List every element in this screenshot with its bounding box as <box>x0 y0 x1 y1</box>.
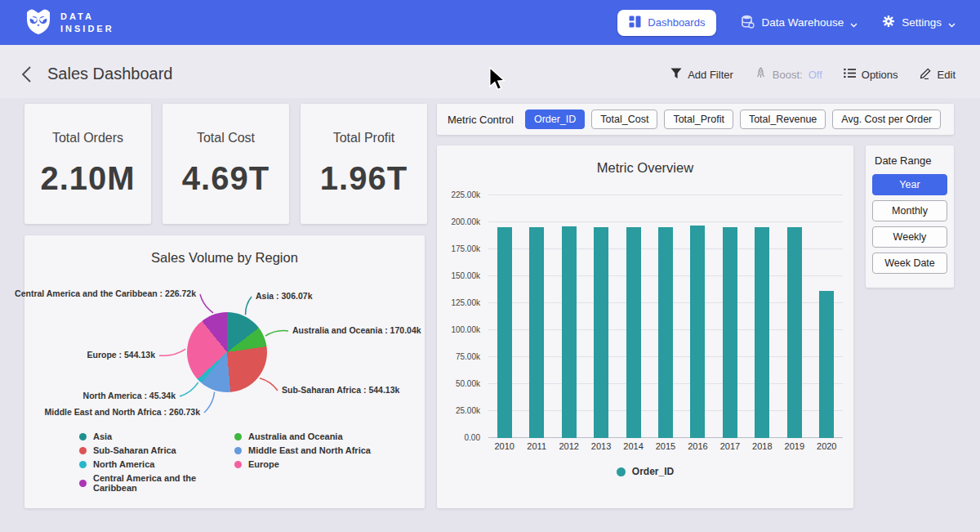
kpi-card-total-cost: Total Cost 4.69T <box>163 104 289 224</box>
y-tick-label: 150.00k <box>438 271 480 280</box>
legend-item-north-america: North America <box>79 459 234 469</box>
filter-funnel-icon <box>670 68 682 82</box>
y-tick-label: 175.00k <box>438 244 480 253</box>
legend-dot <box>234 461 242 468</box>
bar-2012[interactable] <box>562 226 577 439</box>
legend-dot <box>79 461 87 468</box>
settings-menu[interactable]: Settings <box>882 15 956 30</box>
bar-2015[interactable] <box>658 227 673 438</box>
bar-2013[interactable] <box>594 227 608 438</box>
bar-2014[interactable] <box>626 227 641 438</box>
pie-chart-title: Sales Volume by Region <box>24 250 425 266</box>
data-warehouse-menu[interactable]: Data Warehouse <box>741 15 858 31</box>
bar-2017[interactable] <box>723 227 737 438</box>
kpi-card-total-profit: Total Profit 1.96T <box>301 104 427 224</box>
edit-button[interactable]: Edit <box>920 67 956 82</box>
date-range-option-weekly[interactable]: Weekly <box>872 226 947 248</box>
kpi-value: 4.69T <box>182 160 270 197</box>
bar-slot <box>520 195 552 438</box>
pie-legend: AsiaAustralia and OceaniaSub-Saharan Afr… <box>79 431 425 493</box>
legend-dot <box>79 433 87 440</box>
metric-overview-card: Metric Overview 225.00k200.00k175.00k150… <box>437 145 853 508</box>
bar-slot <box>714 195 746 438</box>
date-range-option-year[interactable]: Year <box>872 174 947 195</box>
pie-callout-sub-saharan-africa: Sub-Saharan Africa : 544.13k <box>282 385 399 395</box>
legend-item-central-america-and-the-caribbean: Central America and the Caribbean <box>79 473 234 493</box>
pie-chart[interactable] <box>187 312 267 392</box>
add-filter-button[interactable]: Add Filter <box>670 68 733 82</box>
x-tick-label: 2017 <box>714 441 746 451</box>
kpi-value: 2.10M <box>40 160 135 197</box>
bar-slot <box>649 195 681 438</box>
x-tick-label: 2011 <box>520 441 552 451</box>
metric-control-bar: Metric Control Order_IDTotal_CostTotal_P… <box>437 104 954 135</box>
pie-callout-australia-and-oceania: Australia and Oceania : 170.04k <box>292 325 421 335</box>
brand-logo[interactable]: DATA INSIDER <box>24 7 114 39</box>
dashboard-grid-icon <box>629 16 641 30</box>
pie-callout-asia: Asia : 306.07k <box>256 291 312 301</box>
bars-row <box>488 195 843 438</box>
pie-callout-north-america: North America : 45.34k <box>83 391 176 400</box>
y-tick-label: 200.00k <box>438 217 480 226</box>
x-tick-label: 2018 <box>746 441 778 451</box>
x-tick-label: 2016 <box>682 441 714 451</box>
date-range-option-monthly[interactable]: Monthly <box>872 200 947 221</box>
database-icon <box>741 15 755 31</box>
options-button[interactable]: Options <box>844 68 898 81</box>
bar-2011[interactable] <box>529 227 544 438</box>
x-tick-label: 2014 <box>617 441 649 451</box>
legend-dot <box>617 467 626 476</box>
metric-control-label: Metric Control <box>448 114 514 126</box>
metric-option-total-cost[interactable]: Total_Cost <box>591 110 657 129</box>
bar-2016[interactable] <box>690 226 705 438</box>
brand-name: DATA INSIDER <box>60 11 114 35</box>
bar-slot <box>585 195 617 438</box>
bar-2018[interactable] <box>755 227 769 438</box>
legend-item-australia-and-oceania: Australia and Oceania <box>234 431 371 441</box>
bar-2010[interactable] <box>497 227 512 438</box>
pencil-icon <box>920 67 932 82</box>
date-range-panel: Date Range YearMonthlyWeeklyWeek Date <box>866 145 954 288</box>
chevron-down-icon <box>850 19 858 26</box>
rocket-icon <box>755 67 767 82</box>
bar-chart-title: Metric Overview <box>437 160 853 176</box>
metric-option-total-profit[interactable]: Total_Profit <box>664 110 733 129</box>
metric-option-avg-cost-per-order[interactable]: Avg. Cost per Order <box>832 110 941 129</box>
kpi-card-total-orders: Total Orders 2.10M <box>24 104 151 224</box>
metric-option-total-revenue[interactable]: Total_Revenue <box>740 110 826 129</box>
legend-dot <box>234 447 242 454</box>
date-range-label: Date Range <box>875 154 947 167</box>
legend-item-europe: Europe <box>234 459 371 469</box>
bar-2019[interactable] <box>787 227 802 438</box>
x-tick-label: 2019 <box>778 441 810 451</box>
bar-slot <box>778 195 810 438</box>
y-tick-label: 50.00k <box>438 379 480 388</box>
legend-label: Order_ID <box>632 466 674 477</box>
pie-callout-middle-east-and-north-africa: Middle East and North Africa : 260.73k <box>45 407 200 417</box>
date-range-options: YearMonthlyWeeklyWeek Date <box>872 174 947 274</box>
y-tick-label: 100.00k <box>438 325 480 334</box>
bar-2020[interactable] <box>819 291 834 438</box>
boost-toggle[interactable]: Boost: Off <box>755 67 822 82</box>
dashboards-button[interactable]: Dashboards <box>617 10 716 36</box>
date-range-option-week-date[interactable]: Week Date <box>872 253 947 274</box>
legend-dot <box>234 433 242 440</box>
top-navigation: DATA INSIDER Dashboards <box>0 0 980 45</box>
legend-dot <box>79 447 87 454</box>
bar-slot <box>488 195 520 438</box>
x-tick-label: 2010 <box>488 441 520 451</box>
x-tick-label: 2012 <box>553 441 585 451</box>
y-tick-label: 225.00k <box>438 190 480 199</box>
y-tick-label: 75.00k <box>438 352 480 361</box>
bar-slot <box>811 195 843 438</box>
pie-callout-europe: Europe : 544.13k <box>87 350 155 360</box>
bar-slot <box>682 195 714 438</box>
metric-control-options: Order_IDTotal_CostTotal_ProfitTotal_Reve… <box>525 110 941 129</box>
pie-callout-central-america-and-the-caribbean: Central America and the Caribbean : 226.… <box>15 288 196 298</box>
back-button[interactable] <box>21 65 38 83</box>
kpi-label: Total Profit <box>333 131 395 145</box>
bar-x-axis-labels: 2010201120122013201420152016201720182019… <box>488 441 843 451</box>
metric-option-order-id[interactable]: Order_ID <box>525 110 585 129</box>
list-options-icon <box>844 68 856 81</box>
y-tick-label: 25.00k <box>438 406 480 415</box>
